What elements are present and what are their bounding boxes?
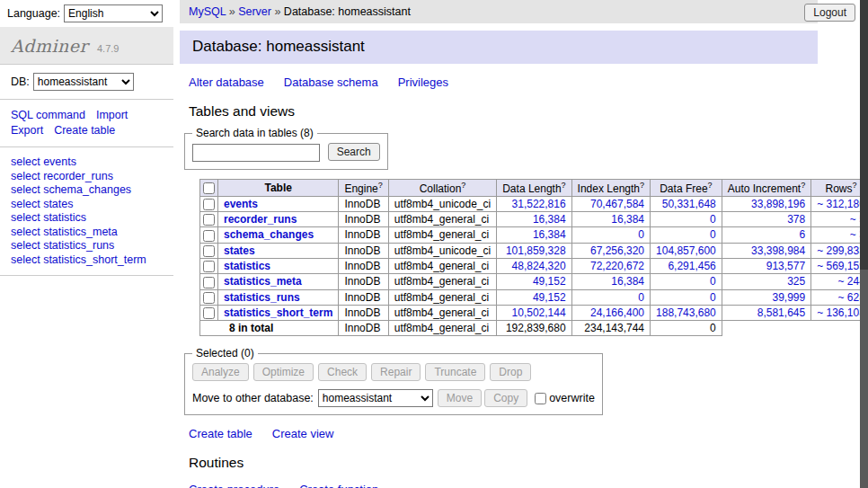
data-free-cell: 0: [651, 211, 722, 226]
total-label-cell: 8 in total: [200, 321, 339, 336]
data-length-cell: 16,384: [497, 227, 571, 243]
help-sup[interactable]: ?: [562, 181, 566, 190]
table-name-cell: statistics_meta: [218, 274, 339, 289]
auto-increment-cell: 33,898,196: [722, 196, 810, 211]
breadcrumb-link[interactable]: Server: [238, 5, 271, 18]
collation-cell: utf8mb4_general_ci: [388, 258, 496, 273]
breadcrumb-link[interactable]: MySQL: [189, 5, 226, 18]
sidebar-table-link[interactable]: select schema_changes: [11, 183, 163, 198]
sidebar-table-link[interactable]: select states: [11, 198, 163, 212]
table-name-link[interactable]: states: [224, 244, 255, 257]
row-checkbox[interactable]: [203, 245, 215, 257]
db-action-link[interactable]: Alter database: [189, 75, 264, 89]
sidebar-table-link[interactable]: select statistics_runs: [11, 239, 163, 253]
help-sup[interactable]: ?: [461, 181, 465, 190]
row-checkbox[interactable]: [203, 292, 215, 304]
move-button[interactable]: Move: [438, 389, 482, 407]
help-sup[interactable]: ?: [640, 181, 644, 190]
scrollbar[interactable]: [860, 0, 868, 488]
sidebar: Adminer 4.7.9 DB:homeassistant SQL comma…: [0, 27, 173, 488]
sidebar-command-link[interactable]: Export: [11, 123, 43, 138]
total-data-free-cell: 0: [651, 321, 722, 336]
repair-button[interactable]: Repair: [371, 363, 421, 381]
sidebar-table-link[interactable]: select statistics_meta: [11, 226, 163, 240]
table-name-link[interactable]: statistics: [224, 260, 270, 272]
overwrite-checkbox[interactable]: [535, 393, 546, 404]
table-name-link[interactable]: statistics_meta: [224, 275, 302, 288]
table-name-link[interactable]: statistics_short_term: [224, 306, 332, 319]
index-length-cell: 0: [571, 227, 650, 243]
db-action-link[interactable]: Database schema: [284, 75, 378, 89]
table-name-link[interactable]: recorder_runs: [224, 213, 297, 226]
help-sup[interactable]: ?: [801, 181, 805, 190]
row-checkbox[interactable]: [203, 230, 215, 242]
data-length-cell: 49,152: [497, 274, 571, 289]
table-header-row: TableEngine?Collation?Data Length?Index …: [200, 179, 868, 196]
data-free-cell: 6,291,456: [651, 258, 722, 273]
help-sup[interactable]: ?: [708, 181, 713, 190]
row-select-cell: [200, 211, 218, 226]
move-db-select[interactable]: homeassistant: [318, 389, 433, 407]
routine-link[interactable]: Create function: [299, 483, 378, 488]
create-link[interactable]: Create view: [272, 427, 334, 440]
auto-increment-cell: 33,398,984: [722, 243, 810, 258]
sidebar-table-link[interactable]: select statistics: [11, 211, 163, 226]
row-checkbox[interactable]: [203, 214, 215, 226]
scrollbar-thumb[interactable]: [860, 0, 868, 270]
db-select[interactable]: homeassistant: [33, 73, 134, 91]
column-header-table: Table: [218, 179, 339, 196]
table-name-cell: statistics_short_term: [218, 305, 339, 320]
help-sup[interactable]: ?: [853, 181, 857, 190]
truncate-button[interactable]: Truncate: [425, 363, 485, 381]
row-select-cell: [200, 227, 218, 243]
search-button[interactable]: Search: [328, 143, 380, 161]
data-free-cell: 0: [651, 274, 722, 289]
move-buttons: MoveCopy: [438, 392, 530, 404]
sidebar-table-link[interactable]: select recorder_runs: [11, 170, 163, 184]
select-all-checkbox[interactable]: [203, 182, 215, 194]
language-select[interactable]: English: [64, 4, 163, 22]
sidebar-command-link[interactable]: SQL command: [11, 108, 85, 123]
row-checkbox[interactable]: [203, 199, 215, 210]
table-row: schema_changesInnoDButf8mb4_general_ci16…: [200, 227, 868, 243]
analyze-button[interactable]: Analyze: [192, 363, 249, 381]
check-button[interactable]: Check: [318, 363, 367, 381]
sidebar-table-link[interactable]: select events: [11, 155, 163, 170]
row-checkbox[interactable]: [203, 307, 215, 319]
row-checkbox[interactable]: [203, 261, 215, 272]
table-name-cell: recorder_runs: [218, 211, 339, 226]
language-bar: Language:English: [7, 4, 163, 22]
table-name-link[interactable]: events: [224, 198, 258, 210]
db-action-link[interactable]: Privileges: [398, 75, 448, 89]
copy-button[interactable]: Copy: [484, 389, 527, 407]
engine-cell: InnoDB: [339, 227, 388, 243]
auto-increment-cell: 378: [722, 211, 810, 226]
search-legend: Search data in tables (8): [192, 127, 317, 139]
data-length-cell: 10,502,144: [497, 305, 571, 320]
index-length-cell: 72,220,672: [571, 258, 650, 273]
table-name-link[interactable]: schema_changes: [224, 228, 314, 241]
table-row: eventsInnoDButf8mb4_unicode_ci31,522,816…: [200, 196, 868, 211]
table-name-link[interactable]: statistics_runs: [224, 291, 300, 304]
auto-increment-cell: 8,581,645: [722, 305, 810, 320]
table-name-cell: statistics_runs: [218, 289, 339, 305]
row-select-cell: [200, 289, 218, 305]
logout-button[interactable]: Logout: [804, 4, 855, 22]
optimize-button[interactable]: Optimize: [253, 363, 314, 381]
row-checkbox[interactable]: [203, 277, 215, 288]
search-input[interactable]: [192, 144, 320, 162]
breadcrumb-current: Database: homeassistant: [284, 5, 411, 18]
sidebar-table-link[interactable]: select statistics_short_term: [11, 253, 163, 268]
table-row: statistics_short_termInnoDButf8mb4_gener…: [200, 305, 868, 320]
page-title: Database: homeassistant: [180, 31, 818, 64]
create-link[interactable]: Create table: [189, 427, 252, 440]
sidebar-command-link[interactable]: Import: [96, 108, 128, 123]
collation-cell: utf8mb4_general_ci: [388, 227, 496, 243]
sidebar-command-link[interactable]: Create table: [54, 123, 115, 138]
routine-link[interactable]: Create procedure: [189, 483, 279, 488]
data-length-cell: 48,824,320: [497, 258, 571, 273]
create-links: Create tableCreate view: [189, 427, 818, 440]
drop-button[interactable]: Drop: [490, 363, 531, 381]
help-sup[interactable]: ?: [378, 181, 383, 190]
auto-increment-cell: 913,577: [722, 258, 810, 273]
